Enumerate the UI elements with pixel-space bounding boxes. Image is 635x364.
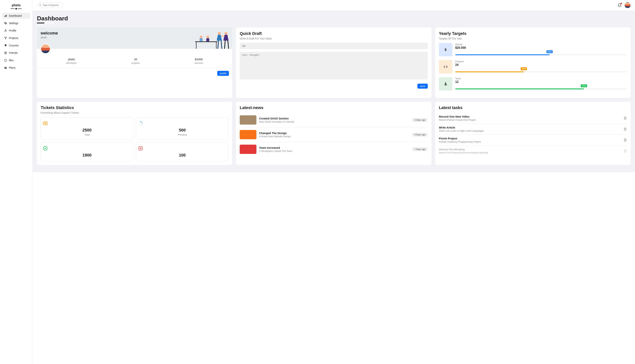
- task-desc: Attend The Project Business Analysis Mee…: [439, 151, 488, 154]
- target-bar: 75%: [455, 85, 627, 90]
- svg-rect-10: [5, 67, 7, 68]
- svg-point-12: [39, 4, 41, 6]
- nav-item-projects[interactable]: Projects: [2, 35, 30, 41]
- svg-rect-2: [6, 15, 7, 17]
- tickets-card: Tickets Statistics Everything About Supp…: [37, 102, 232, 165]
- nav-label: Settings: [9, 22, 18, 25]
- welcome-sub: phelo: [41, 36, 58, 39]
- trash-icon[interactable]: [623, 128, 627, 131]
- stat-label: projects: [131, 62, 140, 64]
- stat-label: earneds: [194, 62, 203, 64]
- card-icon: [4, 66, 7, 69]
- ticket-box: 1900: [41, 142, 133, 161]
- quick-draft-card: Quick Draft Write A Draft For Your Ideas…: [236, 28, 431, 98]
- notifications-button[interactable]: [617, 3, 622, 7]
- notification-dot: [620, 3, 622, 4]
- svg-rect-0: [5, 16, 5, 17]
- nav-item-settings[interactable]: Settings: [2, 20, 30, 26]
- news-row: Created SASS SectionNew SASS Examples & …: [240, 113, 428, 128]
- brand-logo: phelo: [2, 3, 30, 7]
- yearly-title: Yearly Targets: [439, 31, 627, 36]
- task-row: Record One New VideoRecord Python Create…: [439, 113, 627, 124]
- svg-point-35: [141, 124, 142, 125]
- svg-point-38: [44, 146, 47, 150]
- news-item-title: Changed The Design: [259, 132, 409, 134]
- news-item-desc: New SASS Examples & Tutorials: [259, 120, 409, 123]
- target-label: Team: [455, 77, 627, 80]
- target-team: Team1275%: [439, 77, 627, 90]
- svg-point-36: [140, 125, 141, 125]
- svg-point-32: [140, 121, 141, 122]
- sidebar: phelo DashboardSettingsProfileProjectsCo…: [0, 0, 33, 364]
- profile-button[interactable]: profile: [217, 71, 229, 76]
- network-icon: [4, 36, 7, 40]
- svg-rect-20: [206, 38, 209, 41]
- ticket-count: 100: [138, 153, 227, 158]
- save-button[interactable]: save: [417, 84, 428, 89]
- ticket-count: 1900: [43, 153, 131, 158]
- svg-point-8: [5, 52, 5, 53]
- stat-value: phelo: [66, 58, 77, 61]
- svg-point-6: [5, 38, 6, 39]
- check-icon: [43, 146, 131, 151]
- nav-label: Courses: [9, 44, 19, 47]
- nav-label: files: [9, 59, 14, 62]
- draft-title-input[interactable]: [240, 43, 428, 49]
- spinner-icon: [138, 121, 227, 126]
- svg-line-25: [225, 40, 225, 49]
- svg-line-13: [41, 6, 41, 6]
- latest-news-card: Latest-news Created SASS SectionNew SASS…: [236, 102, 431, 165]
- search-input[interactable]: [43, 4, 61, 6]
- nav-item-dashboard[interactable]: Dashboard: [2, 13, 30, 19]
- target-badge: 55%: [546, 50, 553, 53]
- stat: 20projects: [131, 58, 140, 64]
- nav-item-files[interactable]: files: [2, 57, 30, 63]
- ticket-box: 100: [136, 142, 229, 161]
- nav-list: DashboardSettingsProfileProjectsCoursesF…: [2, 13, 30, 71]
- news-item-title: Team Increased: [259, 146, 409, 149]
- svg-point-9: [6, 52, 6, 53]
- svg-point-37: [139, 124, 139, 124]
- ticket-box: 500Pending: [136, 117, 229, 140]
- nav-item-friends[interactable]: Friends: [2, 50, 30, 56]
- svg-line-23: [221, 40, 222, 49]
- svg-point-17: [200, 36, 202, 38]
- welcome-title: welcome: [41, 31, 58, 36]
- search-box[interactable]: [37, 2, 63, 8]
- nav-item-plans[interactable]: Plans: [2, 65, 30, 71]
- svg-rect-18: [199, 38, 202, 41]
- list-icon: [43, 121, 131, 126]
- news-item-desc: 3 Developers Joined The Team: [259, 150, 409, 152]
- news-time: 5 Days ago: [412, 132, 428, 137]
- draft-body-input[interactable]: [240, 52, 428, 80]
- svg-rect-14: [195, 41, 218, 42]
- user-avatar[interactable]: [624, 2, 630, 8]
- task-desc: Record Python Create Exe Project: [439, 118, 476, 121]
- title-underline: [37, 22, 630, 23]
- welcome-illustration: [195, 30, 231, 49]
- yearly-targets-card: Yearly Targets Targets Of The Year $Mone…: [435, 28, 630, 98]
- stat-value: 20: [131, 58, 140, 61]
- main: Dashboard welcome phelo: [33, 0, 635, 364]
- news-row: Team Increased3 Developers Joined The Te…: [240, 142, 428, 156]
- quick-sub: Write A Draft For Your Ideas: [240, 37, 428, 40]
- trash-icon[interactable]: [623, 149, 627, 152]
- ticket-box: 2500Total: [41, 117, 133, 140]
- stat: phelodeveloper: [66, 58, 77, 64]
- trash-icon[interactable]: [623, 138, 627, 142]
- nav-item-profile[interactable]: Profile: [2, 28, 30, 34]
- svg-point-28: [445, 82, 446, 84]
- target-icon: $: [439, 43, 452, 56]
- stat-value: $1000: [194, 58, 203, 61]
- trash-icon[interactable]: [623, 116, 627, 120]
- ticket-count: 2500: [43, 128, 131, 132]
- svg-line-26: [228, 40, 229, 49]
- target-bar: 55%: [455, 51, 627, 55]
- welcome-avatar: [40, 44, 51, 54]
- svg-rect-1: [6, 15, 6, 17]
- nav-item-courses[interactable]: Courses: [2, 42, 30, 48]
- task-row: Finish ProjectPublish Academy Programmin…: [439, 134, 627, 146]
- grad-icon: [4, 44, 7, 47]
- ticket-label: Pending: [138, 133, 227, 136]
- svg-line-22: [218, 40, 219, 49]
